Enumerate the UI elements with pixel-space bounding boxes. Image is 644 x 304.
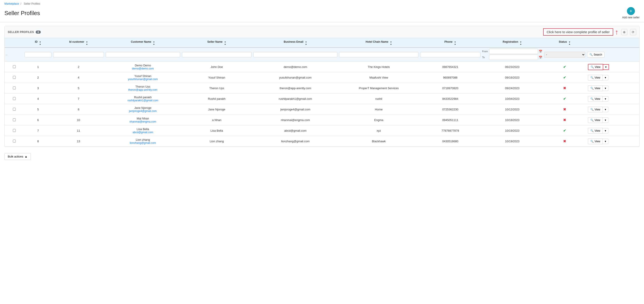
col-registration[interactable]: Registration ▼▲ — [481, 38, 544, 48]
row-checkbox[interactable] — [13, 65, 16, 68]
row-hotel-chain: Blackhawk — [338, 136, 419, 147]
row-hotel-chain: ProperT Management Services — [338, 83, 419, 94]
view-dropdown-button[interactable]: ▼ — [603, 64, 609, 70]
col-phone[interactable]: Phone ▼▲ — [419, 38, 481, 48]
row-checkbox-cell — [5, 83, 24, 94]
add-circle-icon-btn[interactable]: ⊕ — [621, 29, 628, 35]
row-id: 6 — [24, 115, 52, 126]
view-dropdown-button[interactable]: ▼ — [603, 86, 608, 91]
footer: Bulk actions ▲ — [0, 151, 644, 163]
status-active-icon: ✔ — [563, 129, 566, 133]
customer-email-link[interactable]: theron@app-arently.com — [106, 88, 179, 91]
col-id[interactable]: ID ▼▲ — [24, 38, 52, 48]
search-button[interactable]: 🔍 Search — [587, 52, 604, 57]
col-hotel-chain[interactable]: Hotel Chain Name ▼▲ — [338, 38, 419, 48]
calendar-from-icon[interactable]: 📅 — [539, 50, 542, 53]
customer-email-link[interactable]: lionzhang@gmail.com — [106, 141, 179, 145]
view-btn-group: 🔍 View ▼ — [588, 64, 638, 70]
col-seller-name[interactable]: Seller Name ▼▲ — [181, 38, 253, 48]
filter-row: -- From 📅 To — [5, 48, 639, 62]
row-checkbox[interactable] — [13, 87, 16, 89]
row-registration: 09/24/2023 — [481, 83, 544, 94]
filter-customer-name-input[interactable] — [106, 52, 180, 57]
view-button[interactable]: 🔍 View — [588, 107, 603, 112]
view-button[interactable]: 🔍 View — [588, 85, 603, 91]
breadcrumb-marketplace[interactable]: Marketplace — [4, 2, 19, 5]
row-id-customer: 10 — [52, 115, 105, 126]
col-customer-name[interactable]: Customer Name ▼▲ — [105, 38, 181, 48]
customer-email-link[interactable]: demo@demo.com — [106, 67, 179, 70]
date-from-input[interactable] — [489, 49, 538, 54]
status-filter-select[interactable]: - Active Inactive — [544, 52, 585, 57]
row-action: 🔍 View ▼ — [586, 62, 639, 72]
view-label: View — [595, 65, 600, 69]
table-header-row: ID ▼▲ Id customer ▼▲ Customer Name ▼▲ Se… — [5, 38, 639, 48]
seller-count-badge: 8 — [36, 30, 41, 34]
view-button[interactable]: 🔍 View — [588, 75, 603, 81]
view-button[interactable]: 🔍 View — [588, 128, 603, 134]
page-header: Seller Profiles + Add new seller — [0, 6, 644, 22]
col-status[interactable]: Status ▼▲ — [543, 38, 586, 48]
row-checkbox[interactable] — [13, 97, 16, 100]
filter-business-email-input[interactable] — [253, 52, 337, 57]
row-registration: 10/18/2023 — [481, 115, 544, 126]
filter-phone-input[interactable] — [420, 52, 480, 57]
col-id-customer[interactable]: Id customer ▼▲ — [52, 38, 105, 48]
view-button[interactable]: 🔍 View — [588, 96, 603, 102]
row-phone: 8433522984 — [419, 94, 481, 104]
row-checkbox[interactable] — [13, 118, 16, 121]
customer-email-link[interactable]: yusufshunan@gmail.com — [106, 78, 179, 81]
row-checkbox[interactable] — [13, 108, 16, 111]
row-seller-name: a Nhan — [181, 115, 253, 126]
filter-search-cell: 🔍 Search — [586, 48, 639, 62]
customer-email-link[interactable]: nhanmai@engma.com — [106, 120, 179, 123]
view-dropdown-button[interactable]: ▼ — [603, 128, 608, 134]
row-customer-name: Rushil parakh rushilparakh1@gmail.com — [105, 94, 181, 104]
calendar-to-icon[interactable]: 📅 — [539, 56, 542, 59]
row-registration: 10/04/2023 — [481, 94, 544, 104]
refresh-icon-btn[interactable]: ⟳ — [630, 29, 636, 35]
row-checkbox[interactable] — [13, 129, 16, 132]
col-business-email[interactable]: Business Email ▼▲ — [252, 38, 338, 48]
status-active-icon: ✔ — [563, 65, 566, 69]
row-hotel-chain: Engma — [338, 115, 419, 126]
view-dropdown-button[interactable]: ▼ — [603, 75, 608, 80]
row-phone: 0718970820 — [419, 83, 481, 94]
view-dropdown-button[interactable]: ▼ — [603, 96, 608, 102]
row-checkbox-cell — [5, 62, 24, 72]
row-customer-name: Lion zhang lionzhang@gmail.com — [105, 136, 181, 147]
bulk-actions-button[interactable]: Bulk actions ▲ — [4, 153, 31, 160]
view-button[interactable]: 🔍 View — [588, 64, 603, 70]
main-content: SELLER PROFILES 8 Click here to view com… — [0, 22, 644, 151]
row-status: ✖ — [543, 115, 586, 126]
row-checkbox[interactable] — [13, 76, 16, 79]
filter-seller-name-input[interactable] — [182, 52, 252, 57]
view-button[interactable]: 🔍 View — [588, 117, 603, 123]
sort-seller-name: ▼▲ — [224, 41, 226, 45]
row-id: 1 — [24, 62, 52, 72]
view-dropdown-button[interactable]: ▼ — [603, 118, 608, 123]
row-checkbox[interactable] — [13, 140, 16, 143]
filter-hotel-chain-input[interactable] — [339, 52, 418, 57]
add-new-seller-button[interactable]: + Add new seller — [622, 7, 640, 19]
row-hotel-chain: Maafushi View — [338, 72, 419, 83]
customer-email-link[interactable]: abcd@gmail.com — [106, 131, 179, 134]
view-icon: 🔍 — [590, 65, 594, 69]
view-icon: 🔍 — [590, 129, 594, 132]
date-to-input[interactable] — [489, 55, 538, 60]
view-dropdown-button[interactable]: ▼ — [603, 139, 608, 144]
row-phone: 0945051111 — [419, 115, 481, 126]
view-button[interactable]: 🔍 View — [588, 139, 603, 144]
filter-id-customer-input[interactable] — [53, 52, 104, 57]
customer-email-link[interactable]: rushilparakh1@gmail.com — [106, 99, 179, 102]
card-header: SELLER PROFILES 8 Click here to view com… — [5, 26, 639, 38]
customer-email-link[interactable]: jwnjoroge4@gmail.com — [106, 110, 179, 113]
filter-id-input[interactable] — [24, 52, 52, 57]
view-label: View — [594, 119, 600, 122]
row-registration: 10/19/2023 — [481, 136, 544, 147]
seller-profile-tooltip[interactable]: Click here to view complete profile of s… — [543, 28, 613, 36]
filter-phone — [419, 48, 481, 62]
row-seller-name: Lion zhang — [181, 136, 253, 147]
view-dropdown-button[interactable]: ▼ — [603, 107, 608, 112]
row-checkbox-cell — [5, 136, 24, 147]
